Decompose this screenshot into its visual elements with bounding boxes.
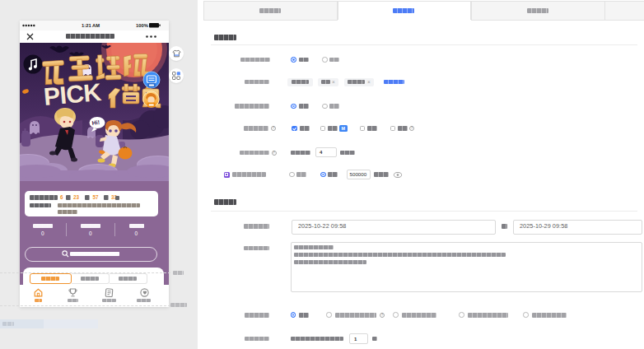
- svg-text:PICK: PICK: [43, 77, 103, 109]
- svg-text:Hi!: Hi!: [91, 119, 100, 125]
